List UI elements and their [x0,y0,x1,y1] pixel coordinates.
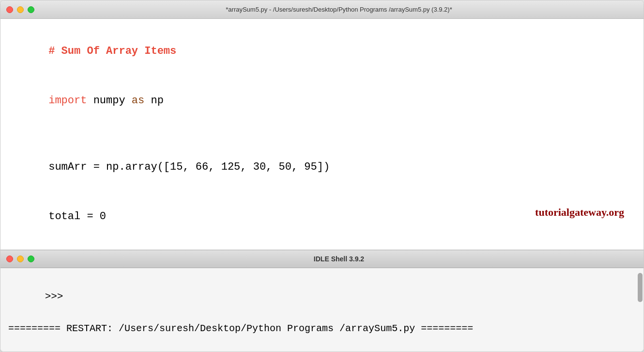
shell-prompt-1: >>> [8,272,636,321]
watermark: tutorialgateway.org [535,204,624,221]
shell-output-line: The Sum of Total Array Item = 381 [8,336,636,352]
shell-title: IDLE Shell 3.9.2 [40,255,638,263]
scrollbar[interactable] [638,273,643,302]
shell-restart-line: ========= RESTART: /Users/suresh/Desktop… [8,321,636,336]
minimize-button[interactable] [17,6,24,13]
shell-titlebar: IDLE Shell 3.9.2 [0,250,644,268]
code-i: i = 0 [10,241,634,250]
editor-title: *arraySum5.py - /Users/suresh/Desktop/Py… [40,6,638,13]
shell-maximize-button[interactable] [28,256,34,262]
editor-traffic-lights [6,6,34,13]
editor-area[interactable]: # Sum Of Array Items import numpy as np … [0,19,644,250]
main-window: *arraySum5.py - /Users/suresh/Desktop/Py… [0,0,644,352]
code-import: import numpy as np [10,76,634,126]
code-sumArr: sumArr = np.array([15, 66, 125, 30, 50, … [10,143,634,192]
shell-minimize-button[interactable] [17,256,24,262]
shell-close-button[interactable] [6,256,13,262]
code-comment: # Sum Of Array Items [10,27,634,76]
editor-titlebar: *arraySum5.py - /Users/suresh/Desktop/Py… [0,0,644,19]
blank-line-1 [10,126,634,143]
shell-traffic-lights [6,256,34,262]
close-button[interactable] [6,6,13,13]
maximize-button[interactable] [28,6,34,13]
shell-area[interactable]: >>> ========= RESTART: /Users/suresh/Des… [0,268,644,352]
